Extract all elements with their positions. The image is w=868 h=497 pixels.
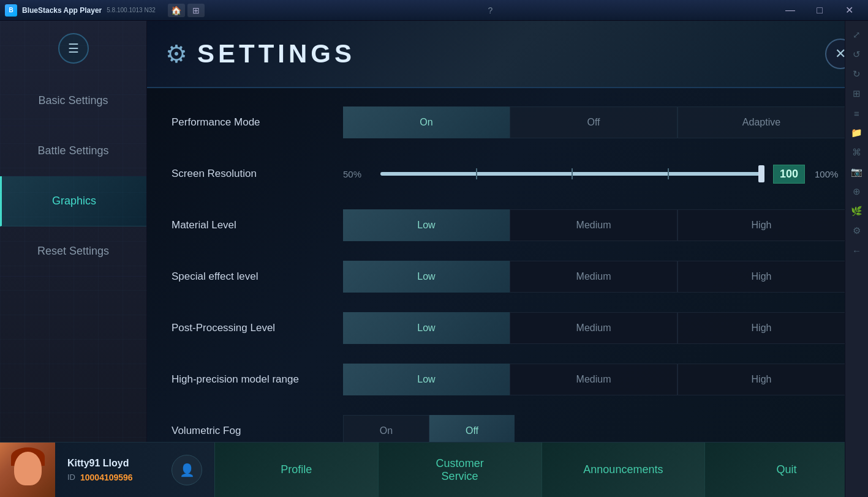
multi-instance-manager-icon[interactable]: ≡: [848, 104, 866, 122]
performance-mode-control: On Off Adaptive !: [343, 106, 868, 138]
material-level-row: Material Level Low Medium High: [172, 209, 843, 241]
home-btn[interactable]: 🏠: [168, 4, 185, 17]
multi-instance-icon[interactable]: ⊞: [848, 84, 866, 103]
post-processing-toggle-group: Low Medium High: [343, 312, 845, 344]
app-version: 5.8.100.1013 N32: [107, 7, 156, 13]
macro-icon[interactable]: ⌘: [848, 143, 866, 162]
high-precision-model-row: High-precision model range Low Medium Hi…: [172, 364, 843, 395]
screen-resolution-control: 50% 100 100%: [343, 165, 845, 184]
performance-mode-off-btn[interactable]: Off: [510, 106, 677, 138]
special-effect-medium-btn[interactable]: Medium: [510, 261, 677, 293]
volumetric-fog-on-btn[interactable]: On: [343, 415, 429, 442]
post-processing-medium-btn[interactable]: Medium: [510, 312, 677, 344]
app-title: BlueStacks App Player: [22, 6, 102, 15]
close-window-btn[interactable]: ✕: [835, 0, 863, 21]
high-precision-high-btn[interactable]: High: [677, 364, 845, 395]
user-id-value: 10004109596: [80, 473, 133, 482]
outer-right-sidebar: ⤢ ↺ ↻ ⊞ ≡ 📁 ⌘ 📷 ⊕ 🌿 ⚙ ←: [845, 21, 868, 497]
minimize-btn[interactable]: —: [776, 0, 804, 21]
expand-icon[interactable]: ⤢: [848, 26, 866, 44]
app-icon: B: [5, 4, 17, 17]
menu-hamburger-btn[interactable]: ☰: [58, 33, 89, 64]
material-level-label: Material Level: [172, 219, 343, 231]
material-level-medium-btn[interactable]: Medium: [510, 209, 677, 241]
slider-tick-1: [476, 168, 477, 179]
high-precision-medium-btn[interactable]: Medium: [510, 364, 677, 395]
user-avatar: [0, 443, 55, 498]
volumetric-fog-off-btn[interactable]: Off: [429, 415, 515, 442]
maximize-btn[interactable]: □: [806, 0, 834, 21]
sidebar-item-battle-settings[interactable]: Battle Settings: [0, 126, 146, 176]
folder-icon[interactable]: 📁: [848, 124, 866, 142]
content-area: Performance Mode On Off Adaptive ! Scree…: [147, 88, 868, 442]
post-processing-level-label: Post-Processing Level: [172, 322, 343, 334]
multi-btn[interactable]: ⊞: [187, 4, 205, 17]
volumetric-fog-control: On Off: [343, 415, 843, 442]
slider-value-display: 100: [773, 165, 805, 184]
avatar-face: [14, 452, 42, 485]
user-info: Kitty91 Lloyd ID 10004109596: [55, 458, 165, 482]
title-bar: B BlueStacks App Player 5.8.100.1013 N32…: [0, 0, 868, 21]
performance-mode-adaptive-btn[interactable]: Adaptive: [677, 106, 845, 138]
performance-mode-row: Performance Mode On Off Adaptive !: [172, 106, 843, 138]
high-precision-model-label: High-precision model range: [172, 373, 343, 386]
customer-service-btn[interactable]: Customer Service: [378, 443, 542, 497]
high-precision-low-btn[interactable]: Low: [343, 364, 510, 395]
slider-track[interactable]: [380, 172, 763, 176]
user-profile-icon-btn[interactable]: 👤: [172, 455, 202, 485]
special-effect-high-btn[interactable]: High: [677, 261, 845, 293]
rotate-right-icon[interactable]: ↻: [848, 65, 866, 83]
special-effect-level-row: Special effect level Low Medium High: [172, 261, 843, 293]
user-id-label: ID: [67, 473, 75, 482]
settings-title: SETTINGS: [197, 39, 355, 69]
announcements-btn[interactable]: Announcements: [542, 443, 705, 497]
high-precision-toggle-group: Low Medium High: [343, 364, 845, 395]
post-processing-low-btn[interactable]: Low: [343, 312, 510, 344]
special-effect-toggle-group: Low Medium High: [343, 261, 845, 293]
screen-resolution-row: Screen Resolution 50% 100 100%: [172, 158, 843, 190]
user-name: Kitty91 Lloyd: [67, 458, 153, 469]
performance-mode-toggle-group: On Off Adaptive: [343, 106, 845, 138]
material-level-high-btn[interactable]: High: [677, 209, 845, 241]
post-processing-level-row: Post-Processing Level Low Medium High: [172, 312, 843, 344]
slider-min-label: 50%: [343, 169, 371, 179]
special-effect-low-btn[interactable]: Low: [343, 261, 510, 293]
slider-tick-2: [572, 168, 573, 179]
title-bar-controls: — □ ✕: [776, 0, 863, 21]
main-container: ☰ Basic Settings Battle Settings Graphic…: [0, 21, 868, 497]
material-level-toggle-group: Low Medium High: [343, 209, 845, 241]
screenshot-icon[interactable]: 📷: [848, 163, 866, 181]
sidebar: ☰ Basic Settings Battle Settings Graphic…: [0, 21, 147, 497]
volumetric-fog-label: Volumetric Fog: [172, 425, 343, 437]
layers-icon[interactable]: ⊕: [848, 182, 866, 201]
profile-btn[interactable]: Profile: [214, 443, 378, 497]
post-processing-high-btn[interactable]: High: [677, 312, 845, 344]
special-effect-level-control: Low Medium High: [343, 261, 845, 293]
quit-btn[interactable]: Quit: [704, 443, 868, 497]
post-processing-level-control: Low Medium High: [343, 312, 845, 344]
rotate-left-icon[interactable]: ↺: [848, 45, 866, 64]
material-level-low-btn[interactable]: Low: [343, 209, 510, 241]
volumetric-fog-toggle-group: On Off: [343, 415, 515, 442]
settings-side-icon[interactable]: ⚙: [848, 222, 866, 240]
title-bar-nav: 🏠 ⊞: [168, 4, 205, 17]
sidebar-item-basic-settings[interactable]: Basic Settings: [0, 76, 146, 126]
performance-mode-on-btn[interactable]: On: [343, 106, 510, 138]
slider-track-wrapper: [380, 172, 763, 176]
question-icon[interactable]: ?: [486, 6, 496, 15]
slider-thumb[interactable]: [758, 165, 764, 182]
slider-max-label: 100%: [815, 169, 845, 179]
performance-mode-label: Performance Mode: [172, 116, 343, 129]
title-bar-left: B BlueStacks App Player 5.8.100.1013 N32…: [5, 4, 205, 17]
special-effect-level-label: Special effect level: [172, 271, 343, 283]
sidebar-item-graphics[interactable]: Graphics: [0, 176, 146, 226]
eco-icon[interactable]: 🌿: [848, 202, 866, 220]
slider-tick-3: [668, 168, 669, 179]
screen-resolution-label: Screen Resolution: [172, 168, 343, 180]
title-bar-right-icons: ?: [486, 6, 496, 15]
back-arrow-icon[interactable]: ←: [848, 241, 866, 260]
sidebar-item-reset-settings[interactable]: Reset Settings: [0, 226, 146, 277]
volumetric-fog-row: Volumetric Fog On Off: [172, 415, 843, 442]
high-precision-model-control: Low Medium High: [343, 364, 845, 395]
bottom-nav-buttons: Profile Customer Service Announcements Q…: [214, 443, 868, 497]
